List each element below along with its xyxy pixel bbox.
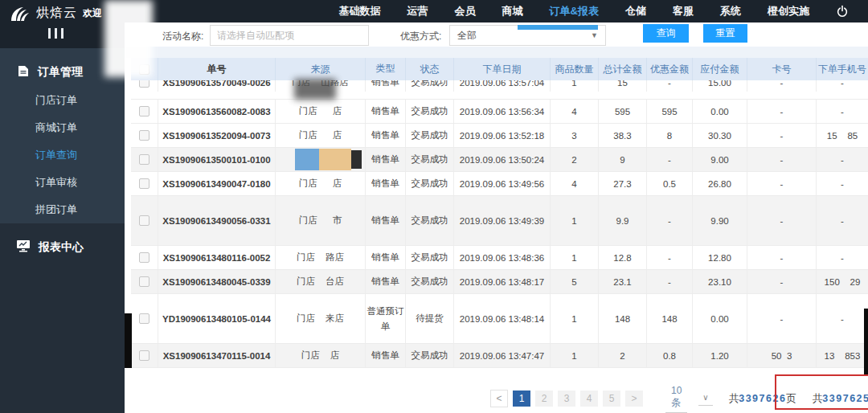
order-no-cell: XS19090613470115-0014 — [158, 344, 276, 367]
content-band — [125, 47, 868, 58]
checkbox-cell — [131, 80, 158, 92]
total-amount-cell: 2 — [599, 344, 647, 367]
payable-amount-cell: 1.20 — [693, 344, 747, 367]
payable-amount-cell: 30.30 — [693, 124, 747, 147]
discount-method-label: 优惠方式: — [400, 30, 441, 43]
table-row-8[interactable]: YD19090613480105-0144门店 来店普通预订单待提货2019.0… — [131, 294, 868, 344]
report-icon — [16, 239, 31, 255]
table-row-2[interactable]: XS19090613520094-0073门店 店销售单交易成功2019.09.… — [131, 124, 868, 148]
chevron-down-icon: ▼ — [591, 31, 598, 39]
row-checkbox[interactable] — [139, 252, 149, 263]
table-row-3[interactable]: XS19090613500101-0100门店 店销售单交易成功2019.09.… — [131, 148, 868, 172]
nav-item-8[interactable]: 橙创实施 — [768, 4, 809, 18]
nav-item-2[interactable]: 会员 — [455, 4, 476, 18]
row-checkbox[interactable] — [139, 215, 149, 226]
source-cell: 门店 店 — [276, 172, 366, 195]
sidebar-item-0-4[interactable]: 拼团订单 — [0, 196, 125, 223]
sidebar-item-0-2[interactable]: 订单查询 — [0, 141, 125, 169]
page-button-2[interactable]: 2 — [535, 391, 553, 407]
sidebar-item-0-3[interactable]: 订单审核 — [0, 169, 125, 196]
status-cell: 交易成功 — [406, 246, 454, 269]
table-row-4[interactable]: XS19090613490047-0180门店 店销售单交易成功2019.09.… — [131, 172, 868, 196]
next-page-button[interactable]: > — [625, 391, 643, 407]
source-cell: 门店 店 — [276, 124, 366, 147]
card-no-cell: - — [747, 80, 817, 92]
row-checkbox[interactable] — [139, 106, 149, 117]
select-all-checkbox[interactable] — [139, 64, 149, 75]
sidebar-section-title-0[interactable]: 订单管理 — [0, 48, 125, 87]
qty-cell: 1 — [551, 80, 599, 92]
qty-cell: 1 — [551, 246, 599, 269]
payable-amount-cell: 12.80 — [693, 246, 747, 269]
order-no-cell: YD19090613480105-0144 — [158, 294, 276, 343]
checkbox-cell — [131, 124, 158, 147]
order-no-cell: XS19090613490056-0331 — [158, 196, 276, 245]
sidebar-item-0-0[interactable]: 门店订单 — [0, 87, 125, 114]
phone-cell: 150 29 — [817, 270, 868, 293]
qty-cell: 1 — [551, 344, 599, 367]
table-row-5[interactable]: XS19090613490056-0331门店 市销售单交易成功2019.09.… — [131, 196, 868, 246]
row-checkbox[interactable] — [139, 276, 149, 287]
status-cell: 待提货 — [406, 294, 454, 343]
status-cell: 交易成功 — [406, 124, 454, 147]
table-row-0[interactable]: XS19090613570049-0026门店 山路店销售单交易成功2019.0… — [131, 80, 868, 100]
table-row-1[interactable]: XS19090613560082-0083门店 店销售单交易成功2019.09.… — [131, 100, 868, 124]
discount-amount-cell: 8 — [647, 124, 693, 147]
qty-cell: 2 — [551, 148, 599, 171]
prev-page-button[interactable]: < — [490, 390, 508, 407]
nav-item-7[interactable]: 系统 — [720, 4, 741, 18]
row-checkbox[interactable] — [139, 130, 149, 141]
reset-button[interactable]: 重置 — [703, 24, 747, 43]
discount-method-select[interactable]: 全部 ▼ — [449, 25, 606, 46]
page-button-1[interactable]: 1 — [513, 391, 530, 407]
type-cell: 销售单 — [366, 100, 406, 123]
discount-amount-cell: - — [647, 80, 693, 92]
total-amount-cell: 12.8 — [599, 246, 647, 269]
table-row-9[interactable]: XS19090613470115-0014门店 店销售单交易成功2019.09.… — [131, 344, 868, 368]
query-button[interactable]: 查询 — [643, 24, 689, 43]
card-no-cell: - — [747, 270, 817, 293]
payable-amount-cell: 15.00 — [693, 80, 747, 92]
card-no-cell: - — [747, 100, 817, 123]
nav-item-0[interactable]: 基础数据 — [339, 4, 381, 18]
status-cell: 交易成功 — [406, 100, 454, 123]
row-checkbox[interactable] — [139, 80, 149, 88]
row-checkbox[interactable] — [139, 313, 149, 324]
row-checkbox[interactable] — [139, 178, 149, 189]
type-cell: 销售单 — [366, 344, 406, 367]
order-date-cell: 2019.09.06 13:48:14 — [454, 294, 551, 343]
nav-item-6[interactable]: 客服 — [673, 4, 694, 18]
card-no-cell: - — [747, 196, 817, 245]
page-button-4[interactable]: 4 — [580, 391, 598, 407]
power-button[interactable] — [836, 5, 849, 18]
nav-item-4[interactable]: 订单&报表 — [550, 4, 599, 18]
discount-amount-cell: - — [647, 196, 693, 245]
page-size-select[interactable]: 10条 — [665, 384, 687, 413]
row-checkbox[interactable] — [139, 350, 149, 361]
table-row-6[interactable]: XS19090613480116-0052门店 路店销售单交易成功2019.09… — [131, 246, 868, 270]
column-header-10: 卡号 — [747, 58, 817, 80]
card-no-cell: 50 3 — [747, 344, 817, 367]
sidebar-item-0-1[interactable]: 商城订单 — [0, 114, 125, 141]
nav-item-1[interactable]: 运营 — [407, 4, 428, 18]
order-date-cell: 2019.09.06 13:47:47 — [454, 344, 551, 367]
column-header-3: 类型 — [366, 58, 406, 80]
nav-item-5[interactable]: 仓储 — [625, 4, 646, 18]
page-button-5[interactable]: 5 — [603, 391, 620, 407]
order-no-cell: XS19090613520094-0073 — [158, 124, 276, 147]
type-cell: 销售单 — [366, 80, 406, 92]
nav-item-3[interactable]: 商城 — [502, 4, 523, 18]
row-checkbox[interactable] — [139, 154, 149, 165]
page-button-3[interactable]: 3 — [558, 391, 575, 407]
sidebar-section-0: 订单管理门店订单商城订单订单查询订单审核拼团订单 — [0, 48, 125, 223]
payable-amount-cell: 9.00 — [693, 148, 747, 171]
page-size-chevron-icon[interactable]: ∨ — [698, 392, 712, 406]
sidebar-section-title-1[interactable]: 报表中心 — [0, 223, 125, 261]
order-no-cell: XS19090613480045-0339 — [158, 270, 276, 293]
sidebar-collapse-icon[interactable] — [48, 28, 63, 39]
activity-name-input[interactable] — [210, 25, 369, 46]
discount-method-value: 全部 — [457, 29, 477, 43]
table-row-7[interactable]: XS19090613480045-0339门店 台店销售单交易成功2019.09… — [131, 270, 868, 294]
main-content: 活动名称: 优惠方式: 全部 ▼ 查询 重置 单号来源类型状态下单日期商品数量总… — [125, 22, 868, 413]
payable-amount-cell: 9.90 — [693, 196, 747, 245]
